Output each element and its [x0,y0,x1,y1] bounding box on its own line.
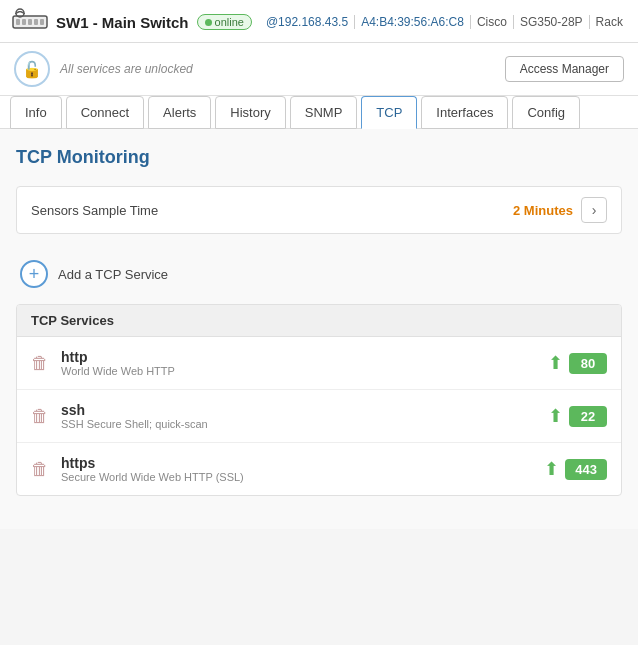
main-content: TCP Monitoring Sensors Sample Time 2 Min… [0,129,638,529]
delete-https-button[interactable]: 🗑 [31,459,49,480]
model: SG350-28P [514,15,590,29]
sensors-value-area: 2 Minutes › [513,197,607,223]
status-dot [205,19,212,26]
sensors-row: Sensors Sample Time 2 Minutes › [16,186,622,234]
header-meta: @192.168.43.5 A4:B4:39:56:A6:C8 Cisco SG… [260,15,626,29]
svg-rect-1 [16,19,20,25]
tab-tcp[interactable]: TCP [361,96,417,129]
lock-icon: 🔓 [14,51,50,87]
service-desc-ssh: SSH Secure Shell; quick-scan [61,418,536,430]
service-item-https: 🗑 https Secure World Wide Web HTTP (SSL)… [17,443,621,495]
location: Rack Room [590,15,626,29]
up-arrow-https: ⬆ [544,458,559,480]
delete-ssh-button[interactable]: 🗑 [31,406,49,427]
service-info-https: https Secure World Wide Web HTTP (SSL) [61,455,532,483]
unlock-text: All services are unlocked [60,62,193,76]
access-manager-row: 🔓 All services are unlocked Access Manag… [0,43,638,96]
tcp-services-container: TCP Services 🗑 http World Wide Web HTTP … [16,304,622,496]
port-badge-http: 80 [569,353,607,374]
status-badge: online [197,14,252,30]
service-item-ssh: 🗑 ssh SSH Secure Shell; quick-scan ⬆ 22 [17,390,621,443]
port-badge-ssh: 22 [569,406,607,427]
svg-rect-4 [34,19,38,25]
service-right-https: ⬆ 443 [544,458,607,480]
delete-http-button[interactable]: 🗑 [31,353,49,374]
ip-address: @192.168.43.5 [260,15,355,29]
tab-alerts[interactable]: Alerts [148,96,211,129]
up-arrow-ssh: ⬆ [548,405,563,427]
header: SW1 - Main Switch online @192.168.43.5 A… [0,0,638,43]
status-text: online [215,16,244,28]
service-name-http: http [61,349,536,365]
tab-info[interactable]: Info [10,96,62,129]
device-icon [12,8,48,36]
up-arrow-http: ⬆ [548,352,563,374]
add-service-row: + Add a TCP Service [16,250,622,298]
page-title: TCP Monitoring [16,147,622,168]
svg-rect-3 [28,19,32,25]
tab-interfaces[interactable]: Interfaces [421,96,508,129]
sensors-value: 2 Minutes [513,203,573,218]
service-right-http: ⬆ 80 [548,352,607,374]
service-info-ssh: ssh SSH Secure Shell; quick-scan [61,402,536,430]
sensors-chevron-button[interactable]: › [581,197,607,223]
add-service-button[interactable]: + [20,260,48,288]
mac-address: A4:B4:39:56:A6:C8 [355,15,471,29]
tabs-row: Info Connect Alerts History SNMP TCP Int… [0,96,638,129]
lock-area: 🔓 All services are unlocked [14,51,193,87]
service-right-ssh: ⬆ 22 [548,405,607,427]
svg-rect-5 [40,19,44,25]
service-name-ssh: ssh [61,402,536,418]
service-desc-https: Secure World Wide Web HTTP (SSL) [61,471,532,483]
port-badge-https: 443 [565,459,607,480]
access-manager-button[interactable]: Access Manager [505,56,624,82]
tcp-services-header: TCP Services [17,305,621,337]
tab-config[interactable]: Config [512,96,580,129]
service-info-http: http World Wide Web HTTP [61,349,536,377]
svg-rect-2 [22,19,26,25]
service-item-http: 🗑 http World Wide Web HTTP ⬆ 80 [17,337,621,390]
tab-connect[interactable]: Connect [66,96,144,129]
sensors-label: Sensors Sample Time [31,203,158,218]
tab-snmp[interactable]: SNMP [290,96,358,129]
add-service-label: Add a TCP Service [58,267,168,282]
device-title: SW1 - Main Switch [56,14,189,31]
service-name-https: https [61,455,532,471]
vendor: Cisco [471,15,514,29]
tab-history[interactable]: History [215,96,285,129]
service-desc-http: World Wide Web HTTP [61,365,536,377]
header-top: SW1 - Main Switch online @192.168.43.5 A… [12,8,626,42]
